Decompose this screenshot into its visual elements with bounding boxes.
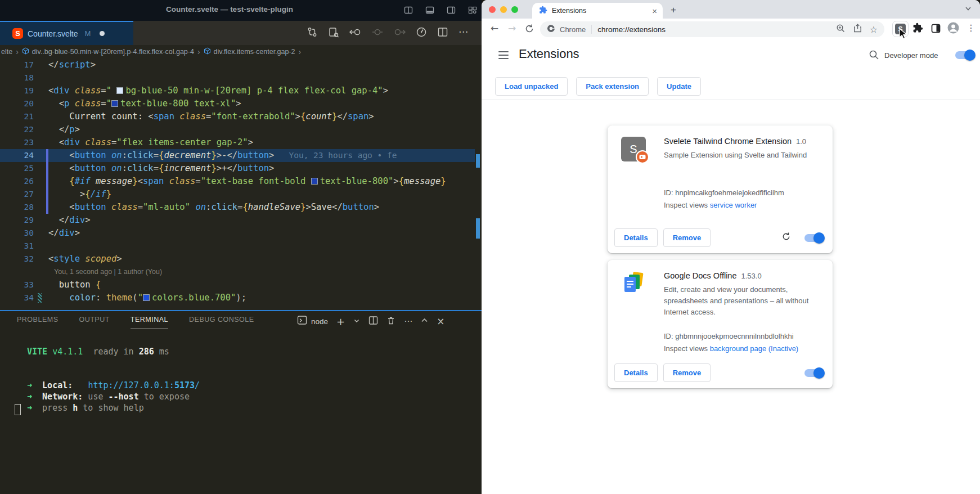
code-line[interactable]: 28 <button class="ml-auto" on:click={han… (0, 201, 475, 214)
details-button[interactable]: Details (614, 228, 658, 247)
terminal-output[interactable]: VITE v4.1.1 ready in 286 ms➜ Local: http… (0, 346, 482, 414)
background-page-link[interactable]: background page (Inactive) (710, 344, 799, 353)
ruler-mark (476, 154, 480, 168)
tab-search-chevron-icon[interactable] (964, 5, 972, 15)
split-terminal-icon[interactable] (368, 316, 378, 327)
code-line[interactable]: 25 <button on:click={increment}>+</butto… (0, 162, 475, 175)
layout-panel-icon[interactable] (425, 6, 434, 15)
code-line[interactable]: 23 <div class="flex items-center gap-2"> (0, 136, 475, 149)
code-line[interactable]: 22 </p> (0, 123, 475, 136)
inspect-views: Inspect views background page (Inactive) (664, 344, 798, 353)
code-line[interactable]: 24 <button on:click={decrement}>-</butto… (0, 149, 475, 162)
code-line[interactable]: 27 >{/if} (0, 188, 475, 201)
code-line[interactable]: 34 color: theme("colors.blue.700"); (0, 291, 475, 304)
code-line[interactable]: 20 <p class="text-blue-800 text-xl"> (0, 97, 475, 110)
code-line[interactable]: 33 button { (0, 279, 475, 291)
panel-tab-problems[interactable]: PROBLEMS (17, 316, 58, 329)
load-unpacked-button[interactable]: Load unpacked (495, 77, 568, 96)
close-window-button[interactable] (489, 6, 496, 13)
panel-tab-debug-console[interactable]: DEBUG CONSOLE (189, 316, 254, 329)
extension-card-gdocs: Google Docs Offline1.53.0 Edit, create a… (608, 260, 833, 388)
previous-change-icon[interactable] (349, 26, 362, 38)
code-line[interactable]: 30</div> (0, 227, 475, 240)
git-codelens[interactable]: You, 1 second ago | 1 author (You) (0, 266, 475, 279)
remove-button[interactable]: Remove (663, 363, 711, 382)
zoom-window-button[interactable] (511, 6, 518, 13)
customize-layout-icon[interactable] (468, 6, 477, 15)
shell-label[interactable]: node (311, 317, 328, 326)
profile-avatar[interactable] (947, 22, 959, 36)
code-line[interactable]: 29 </div> (0, 214, 475, 227)
close-panel-icon[interactable]: × (437, 316, 444, 327)
breadcrumb[interactable]: elte›div..bg-blue-50.min-w-[20rem].p-4.f… (0, 45, 482, 59)
run-timer-icon[interactable] (416, 26, 427, 38)
new-tab-button[interactable]: + (671, 5, 676, 16)
minimize-window-button[interactable] (500, 6, 507, 13)
tab-extensions[interactable]: Extensions × (532, 3, 663, 19)
layout-sidebar-right-icon[interactable] (447, 6, 456, 15)
zoom-icon[interactable] (836, 24, 846, 35)
svelte-extension-icon: S (621, 137, 646, 161)
service-worker-link[interactable]: service worker (710, 201, 757, 209)
editor-more-actions-icon[interactable]: ⋯ (458, 29, 468, 35)
code-line[interactable]: 18 (0, 71, 475, 84)
bookmark-star-icon[interactable]: ☆ (870, 24, 878, 35)
split-editor-icon[interactable] (437, 26, 448, 38)
extension-enabled-toggle[interactable] (804, 234, 824, 242)
terminal-dropdown-icon[interactable] (353, 316, 360, 326)
breadcrumb-item[interactable]: div..bg-blue-50.min-w-[20rem].p-4.flex.f… (22, 47, 194, 56)
developer-mode-label: Developer mode (884, 51, 938, 60)
update-button[interactable]: Update (657, 77, 701, 96)
share-icon[interactable] (853, 24, 862, 35)
panel-tab-output[interactable]: OUTPUT (79, 316, 109, 329)
pack-extension-button[interactable]: Pack extension (576, 77, 649, 96)
line-number: 25 (0, 162, 34, 175)
next-change-icon (393, 26, 406, 38)
code-line[interactable]: 26 {#if message}<span class="text-base f… (0, 175, 475, 188)
code-line[interactable]: 31 (0, 240, 475, 253)
reload-extension-icon[interactable] (781, 232, 791, 244)
tab-close-icon[interactable]: × (652, 7, 657, 15)
mouse-cursor (899, 28, 907, 42)
menu-hamburger-icon[interactable] (498, 51, 509, 59)
new-terminal-icon[interactable]: + (336, 316, 345, 327)
layout-columns-icon[interactable] (404, 6, 413, 15)
back-icon[interactable]: ← (491, 23, 498, 34)
code-line[interactable]: 21 Current count: <span class="font-extr… (0, 110, 475, 123)
extensions-puzzle-icon[interactable] (912, 23, 923, 35)
line-number: 23 (0, 136, 34, 149)
extension-description: Sample Extension using Svelte and Tailwi… (664, 150, 821, 161)
reload-icon[interactable] (524, 24, 534, 36)
code-line[interactable]: 17</script> (0, 59, 475, 71)
panel-more-icon[interactable]: ⋯ (404, 316, 412, 326)
line-number: 20 (0, 97, 34, 110)
line-number: 29 (0, 214, 34, 227)
url-text[interactable]: chrome://extensions (597, 25, 666, 34)
open-changes-icon[interactable] (328, 26, 339, 38)
code-line[interactable]: 19<div class=" bg-blue-50 min-w-[20rem] … (0, 84, 475, 97)
extension-id: ID: hnplmcaikgfoehmeiejokedfificiihm (664, 188, 784, 197)
panel-tab-terminal[interactable]: TERMINAL (131, 316, 168, 329)
breadcrumb-separator: › (197, 47, 200, 56)
change-dot-icon (372, 26, 383, 38)
breadcrumb-item[interactable]: div.flex.items-center.gap-2 (204, 47, 295, 56)
git-compare-icon[interactable] (307, 26, 318, 38)
search-icon[interactable] (869, 50, 879, 62)
header-divider (482, 100, 980, 100)
remove-button[interactable]: Remove (663, 228, 711, 247)
kill-terminal-icon[interactable] (386, 316, 395, 327)
developer-mode-toggle[interactable] (955, 51, 974, 59)
code-editor[interactable]: 17</script>1819<div class=" bg-blue-50 m… (0, 59, 475, 310)
chrome-menu-icon[interactable]: ⋮ (966, 23, 975, 33)
tab-counter-svelte[interactable]: S Counter.svelte M (0, 21, 133, 45)
breadcrumb-item[interactable]: elte (1, 48, 12, 56)
tab-dirty-dot[interactable] (100, 31, 105, 36)
overview-ruler[interactable] (475, 59, 482, 310)
code-line[interactable]: 32<style scoped> (0, 253, 475, 266)
maximize-panel-icon[interactable] (421, 316, 428, 326)
side-panel-icon[interactable] (931, 24, 941, 35)
ruler-mark (476, 218, 480, 239)
details-button[interactable]: Details (614, 363, 658, 382)
address-bar[interactable]: Chrome chrome://extensions ☆ (540, 21, 884, 37)
extension-enabled-toggle[interactable] (804, 369, 824, 377)
